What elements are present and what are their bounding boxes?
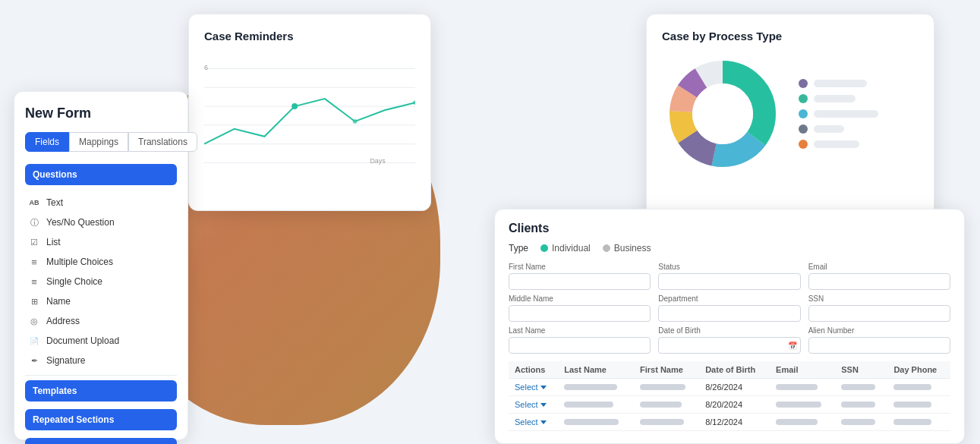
field-list[interactable]: ☑ List xyxy=(25,232,177,252)
ssn-2 xyxy=(841,401,875,408)
field-alien-number: Alien Number xyxy=(808,326,950,354)
label-first-name: First Name xyxy=(509,263,651,271)
dob-1: 8/26/2024 xyxy=(699,379,770,396)
field-signature[interactable]: ✒ Signature xyxy=(25,351,177,370)
multiple-choices-icon: ≡ xyxy=(28,256,40,268)
input-email[interactable] xyxy=(808,273,950,290)
first-name-1 xyxy=(640,384,685,390)
client-form-grid: First Name Status Email Middle Name Depa… xyxy=(509,263,950,354)
clients-table: Actions Last Name First Name Date of Bir… xyxy=(509,361,950,431)
field-name[interactable]: ⊞ Name xyxy=(25,291,177,311)
input-dob[interactable]: 📅 xyxy=(658,337,800,354)
input-status[interactable] xyxy=(658,273,800,290)
field-yes-no-label: Yes/No Question xyxy=(46,217,115,228)
individual-dot xyxy=(540,244,548,252)
field-document-label: Document Upload xyxy=(46,335,119,346)
label-department: Department xyxy=(658,294,800,303)
phone-3 xyxy=(893,419,931,425)
field-last-name: Last Name xyxy=(509,326,651,354)
field-address-label: Address xyxy=(46,316,80,326)
field-single-choice-label: Single Choice xyxy=(46,276,102,287)
dob-2: 8/20/2024 xyxy=(699,396,770,414)
questions-section-btn[interactable]: Questions xyxy=(25,164,177,185)
svg-point-9 xyxy=(413,100,415,105)
select-button-3[interactable]: Select xyxy=(515,417,547,427)
tab-translations[interactable]: Translations xyxy=(128,132,197,152)
type-business[interactable]: Business xyxy=(603,243,651,253)
label-status: Status xyxy=(658,263,800,271)
tab-mappings[interactable]: Mappings xyxy=(69,132,128,152)
label-last-name: Last Name xyxy=(509,326,651,335)
last-name-1 xyxy=(564,384,617,390)
chevron-icon-3 xyxy=(540,420,547,424)
field-multiple-choices[interactable]: ≡ Multiple Choices xyxy=(25,252,177,272)
legend-bar-1 xyxy=(814,80,867,87)
dob-3: 8/12/2024 xyxy=(699,414,770,431)
case-process-card: Case by Process Type xyxy=(646,14,934,241)
legend-bar-2 xyxy=(814,95,856,102)
input-alien-number[interactable] xyxy=(808,337,950,354)
field-dob: Date of Birth 📅 xyxy=(658,326,800,354)
layout-section-btn[interactable]: Layout xyxy=(25,438,177,444)
select-button-1[interactable]: Select xyxy=(515,383,547,392)
input-last-name[interactable] xyxy=(509,337,651,354)
ssn-3 xyxy=(841,419,875,425)
donut-chart xyxy=(662,53,783,175)
col-last-name: Last Name xyxy=(558,361,634,379)
field-yes-no[interactable]: ⓘ Yes/No Question xyxy=(25,213,177,232)
calendar-icon: 📅 xyxy=(788,342,797,350)
text-icon: AB xyxy=(28,197,40,209)
input-department[interactable] xyxy=(658,305,800,322)
signature-icon: ✒ xyxy=(28,354,40,367)
col-ssn: SSN xyxy=(835,361,887,379)
input-ssn[interactable] xyxy=(808,305,950,322)
svg-point-8 xyxy=(353,119,358,124)
templates-section-btn[interactable]: Templates xyxy=(25,380,177,401)
select-button-2[interactable]: Select xyxy=(515,400,547,409)
svg-point-7 xyxy=(291,103,298,109)
col-actions: Actions xyxy=(509,361,558,379)
legend-item-3 xyxy=(799,109,878,118)
type-label: Type xyxy=(509,243,528,253)
case-reminders-card: Case Reminders 6 Days xyxy=(188,14,431,211)
legend-bar-4 xyxy=(814,125,844,133)
field-text-label: Text xyxy=(46,197,63,208)
legend-dot-5 xyxy=(799,140,808,149)
col-first-name: First Name xyxy=(634,361,699,379)
chevron-icon-1 xyxy=(540,386,547,389)
first-name-3 xyxy=(640,419,684,425)
table-row: Select 8/12/2024 xyxy=(509,414,950,431)
field-text[interactable]: AB Text xyxy=(25,193,177,213)
field-single-choice[interactable]: ≡ Single Choice xyxy=(25,272,177,291)
input-middle-name[interactable] xyxy=(509,305,651,322)
type-row: Type Individual Business xyxy=(509,243,950,253)
case-reminders-title: Case Reminders xyxy=(204,30,415,43)
first-name-2 xyxy=(640,401,682,408)
address-icon: ◎ xyxy=(28,315,40,327)
col-email: Email xyxy=(770,361,835,379)
svg-text:6: 6 xyxy=(204,64,208,71)
name-icon: ⊞ xyxy=(28,295,40,307)
legend-item-2 xyxy=(799,94,878,103)
email-1 xyxy=(776,384,818,390)
tab-fields[interactable]: Fields xyxy=(25,132,69,152)
phone-2 xyxy=(893,401,931,408)
process-legend xyxy=(799,79,878,149)
field-document-upload[interactable]: 📄 Document Upload xyxy=(25,331,177,351)
field-status: Status xyxy=(658,263,800,290)
form-title: New Form xyxy=(25,105,177,121)
document-icon: 📄 xyxy=(28,335,40,347)
chevron-icon-2 xyxy=(540,403,547,407)
last-name-3 xyxy=(564,419,619,425)
field-address[interactable]: ◎ Address xyxy=(25,311,177,331)
type-individual[interactable]: Individual xyxy=(540,243,591,253)
legend-item-4 xyxy=(799,124,878,134)
label-ssn: SSN xyxy=(808,294,950,303)
email-3 xyxy=(776,419,818,425)
field-email: Email xyxy=(808,263,950,290)
phone-1 xyxy=(893,384,931,390)
legend-dot-1 xyxy=(799,79,808,88)
col-dob: Date of Birth xyxy=(699,361,770,379)
input-first-name[interactable] xyxy=(509,273,651,290)
repeated-sections-btn[interactable]: Repeated Sections xyxy=(25,409,177,430)
